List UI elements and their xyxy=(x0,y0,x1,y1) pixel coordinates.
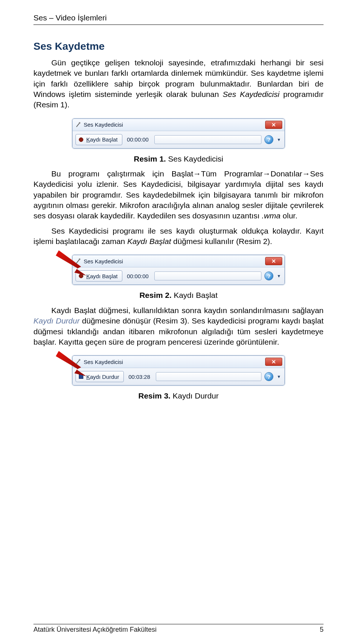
progress-track xyxy=(154,271,261,280)
progress-track xyxy=(154,135,261,144)
time-display: 00:00:00 xyxy=(125,273,151,279)
svg-point-1 xyxy=(79,122,80,124)
close-button[interactable] xyxy=(265,358,282,366)
titlebar: Ses Kaydedicisi xyxy=(73,119,284,131)
time-display: 00:03:28 xyxy=(127,374,153,380)
paragraph-1: Gün geçtikçe gelişen teknoloji sayesinde… xyxy=(33,58,324,110)
window-title: Ses Kaydedicisi xyxy=(84,359,265,365)
page-header: Ses – Video İşlemleri xyxy=(33,13,324,25)
record-start-button[interactable]: Kaydı Başlat xyxy=(75,134,122,145)
window-title: Ses Kaydedicisi xyxy=(84,121,265,128)
record-icon xyxy=(79,274,83,278)
toolbar: Kaydı Başlat 00:00:00 ? ▼ xyxy=(73,267,284,284)
paragraph-3: Ses Kaydedicisi programı ile ses kaydı o… xyxy=(33,226,324,247)
microphone-icon xyxy=(75,122,81,128)
help-button[interactable]: ? xyxy=(264,271,273,280)
button-label: Kaydı Başlat xyxy=(86,273,118,279)
toolbar: Kaydı Durdur 00:03:28 ? ▼ xyxy=(73,368,284,385)
figure-caption-1: Resim 1. Ses Kaydedicisi xyxy=(33,154,324,164)
text: Kaydı Başlat düğmesi, kullanıldıktan son… xyxy=(51,306,324,315)
footer-org: Atatürk Üniversitesi Açıköğretim Fakülte… xyxy=(33,626,157,634)
dropdown-caret[interactable]: ▼ xyxy=(276,373,282,381)
term-wma: .wma xyxy=(262,211,280,220)
time-display: 00:00:00 xyxy=(125,136,151,143)
svg-point-7 xyxy=(79,359,80,361)
toolbar: Kaydı Başlat 00:00:00 ? ▼ xyxy=(73,131,284,148)
page-footer: Atatürk Üniversitesi Açıköğretim Fakülte… xyxy=(33,624,324,634)
figure-caption-2: Resim 2. Kaydı Başlat xyxy=(33,290,324,300)
help-icon: ? xyxy=(267,136,270,143)
button-label: Kaydı Başlat xyxy=(86,136,118,143)
term-ses-kaydedicisi: Ses Kaydedicisi xyxy=(223,90,280,98)
titlebar: Ses Kaydedicisi xyxy=(73,255,284,267)
chevron-down-icon: ▼ xyxy=(277,137,281,142)
help-button[interactable]: ? xyxy=(264,135,273,144)
chevron-down-icon: ▼ xyxy=(277,374,281,379)
chevron-down-icon: ▼ xyxy=(277,274,281,278)
footer-page-number: 5 xyxy=(320,626,324,634)
help-button[interactable]: ? xyxy=(264,372,273,381)
close-button[interactable] xyxy=(265,121,282,129)
close-icon xyxy=(271,360,276,364)
help-icon: ? xyxy=(267,273,270,279)
stop-icon xyxy=(79,374,83,379)
record-start-button[interactable]: Kaydı Başlat xyxy=(75,270,122,282)
close-icon xyxy=(271,123,276,127)
record-stop-button[interactable]: Kaydı Durdur xyxy=(75,371,124,382)
text: düğmesi kullanılır (Resim 2). xyxy=(171,237,272,245)
microphone-icon xyxy=(75,258,81,264)
record-icon xyxy=(79,137,83,142)
progress-track xyxy=(156,372,261,381)
section-title: Ses Kaydetme xyxy=(33,40,324,52)
sound-recorder-window: Ses Kaydedicisi Kaydı Başlat 00:00:00 ? … xyxy=(72,118,285,149)
help-icon: ? xyxy=(267,374,270,380)
dropdown-caret[interactable]: ▼ xyxy=(276,272,282,280)
button-label: Kaydı Durdur xyxy=(86,374,119,380)
dropdown-caret[interactable]: ▼ xyxy=(276,136,282,144)
close-icon xyxy=(271,259,276,263)
paragraph-2: Bu programı çalıştırmak için Başlat→Tüm … xyxy=(33,169,324,221)
term-kaydi-baslat: Kaydı Başlat xyxy=(127,237,171,245)
close-button[interactable] xyxy=(265,257,282,265)
term-kaydi-durdur: Kaydı Durdur xyxy=(33,316,80,325)
window-title: Ses Kaydedicisi xyxy=(84,258,265,264)
sound-recorder-window: Ses Kaydedicisi Kaydı Başlat 00:00:00 ? … xyxy=(72,255,285,285)
text: olur. xyxy=(280,211,298,220)
microphone-icon xyxy=(75,359,81,365)
paragraph-4: Kaydı Başlat düğmesi, kullanıldıktan son… xyxy=(33,305,324,347)
figure-caption-3: Resim 3. Kaydı Durdur xyxy=(33,391,324,401)
svg-point-4 xyxy=(79,258,80,260)
sound-recorder-window: Ses Kaydedicisi Kaydı Durdur 00:03:28 ? … xyxy=(72,355,285,386)
titlebar: Ses Kaydedicisi xyxy=(73,356,284,368)
